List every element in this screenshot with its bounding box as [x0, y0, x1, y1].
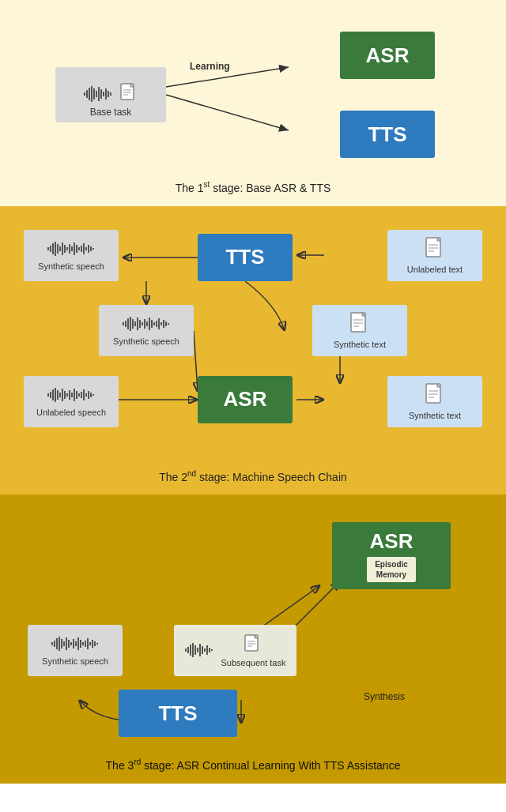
synth-text-mid-label: Synthetic text — [334, 340, 386, 349]
doc-icon-s2stm — [349, 312, 370, 337]
svg-rect-49 — [130, 317, 131, 331]
svg-rect-31 — [59, 246, 61, 251]
svg-rect-77 — [74, 389, 75, 401]
waveform-icon-s2u — [47, 386, 95, 405]
svg-rect-109 — [63, 641, 65, 646]
svg-rect-53 — [139, 320, 141, 328]
svg-rect-13 — [110, 92, 111, 96]
svg-rect-29 — [55, 242, 56, 256]
svg-rect-47 — [125, 321, 126, 327]
tts-label-s3: TTS — [158, 701, 197, 726]
svg-rect-121 — [92, 640, 93, 648]
synth-speech-mid-label: Synthetic speech — [113, 336, 179, 346]
svg-rect-115 — [77, 637, 79, 650]
svg-rect-36 — [71, 246, 73, 251]
synth-speech-s3-label: Synthetic speech — [42, 656, 108, 666]
synth-text-bottom-label: Synthetic text — [409, 411, 461, 420]
svg-rect-105 — [54, 641, 55, 647]
svg-rect-114 — [75, 641, 77, 646]
svg-rect-82 — [85, 393, 87, 397]
svg-rect-9 — [100, 89, 102, 99]
asr-box-s3: ASR EpisodicMemory — [332, 522, 451, 589]
svg-rect-66 — [47, 393, 49, 397]
svg-rect-67 — [50, 392, 51, 398]
svg-rect-7 — [96, 91, 97, 97]
unlabeled-speech: Unlabeled speech — [24, 376, 119, 427]
svg-rect-27 — [50, 246, 51, 252]
tts-label-s1: TTS — [368, 122, 406, 147]
synth-speech-mid: Synthetic speech — [99, 305, 194, 356]
doc-icon — [120, 83, 138, 107]
svg-rect-52 — [137, 318, 138, 330]
stage1-panel: Learning — [0, 0, 506, 206]
svg-rect-85 — [93, 394, 94, 396]
svg-rect-128 — [194, 645, 196, 655]
svg-rect-132 — [204, 648, 206, 652]
svg-rect-10 — [103, 92, 104, 96]
synth-speech-top: Synthetic speech — [24, 230, 119, 281]
stage1-diagram: Learning — [8, 16, 498, 174]
svg-rect-57 — [149, 318, 150, 330]
svg-rect-133 — [206, 645, 208, 655]
tts-box-s2: TTS — [198, 234, 293, 281]
asr-label-s3: ASR — [370, 529, 413, 554]
svg-rect-112 — [70, 642, 72, 645]
svg-rect-4 — [89, 88, 90, 100]
synth-speech-top-label: Synthetic speech — [38, 261, 104, 271]
svg-rect-3 — [86, 90, 88, 98]
svg-rect-59 — [153, 322, 155, 325]
svg-rect-129 — [197, 648, 198, 652]
svg-rect-44 — [90, 246, 92, 251]
synth-speech-s3: Synthetic speech — [28, 625, 123, 676]
svg-rect-75 — [69, 390, 70, 400]
stage2-diagram: TTS ASR Synthetic speech Synthetic speec… — [8, 218, 498, 463]
svg-rect-124 — [185, 648, 187, 652]
tts-box-s3: TTS — [119, 690, 237, 737]
svg-rect-83 — [88, 391, 89, 399]
svg-rect-130 — [199, 644, 201, 656]
svg-rect-113 — [73, 639, 74, 648]
waveform-icon-s3 — [51, 635, 99, 654]
svg-rect-43 — [88, 245, 89, 253]
synth-text-bottom: Synthetic text — [387, 376, 482, 427]
svg-rect-104 — [51, 642, 53, 645]
learning-label: Learning — [190, 61, 230, 72]
tts-box-s1: TTS — [340, 111, 435, 158]
svg-rect-127 — [192, 643, 194, 657]
svg-rect-65 — [168, 323, 169, 325]
base-task-box: Base task — [55, 67, 166, 122]
svg-rect-81 — [83, 389, 85, 400]
svg-rect-39 — [78, 247, 80, 250]
waveform-icon — [84, 83, 114, 107]
svg-rect-55 — [144, 319, 145, 329]
svg-rect-2 — [84, 92, 85, 96]
svg-rect-117 — [82, 642, 84, 645]
svg-rect-6 — [93, 88, 95, 100]
svg-rect-122 — [94, 641, 96, 646]
svg-rect-5 — [91, 86, 93, 102]
svg-rect-79 — [78, 393, 80, 397]
svg-rect-126 — [190, 645, 191, 656]
svg-rect-84 — [90, 393, 92, 397]
svg-rect-8 — [98, 87, 100, 101]
svg-rect-50 — [132, 319, 134, 329]
svg-rect-76 — [71, 393, 73, 397]
svg-rect-30 — [57, 244, 59, 254]
svg-rect-64 — [165, 321, 167, 326]
stage3-diagram: ASR EpisodicMemory Synthetic speech — [8, 506, 498, 751]
svg-rect-63 — [163, 320, 164, 328]
svg-rect-46 — [123, 322, 124, 325]
synthesis-label: Synthesis — [364, 691, 405, 702]
svg-rect-70 — [57, 390, 59, 400]
asr-label-s1: ASR — [366, 43, 410, 68]
stage3-panel: ASR EpisodicMemory Synthetic speech — [0, 494, 506, 784]
svg-rect-119 — [87, 638, 89, 649]
svg-rect-58 — [151, 320, 153, 328]
svg-rect-11 — [105, 88, 107, 100]
svg-rect-80 — [81, 392, 82, 398]
svg-rect-42 — [85, 247, 87, 250]
stage3-label: The 3rd stage: ASR Continual Learning Wi… — [8, 757, 498, 772]
svg-rect-54 — [142, 322, 143, 325]
waveform-icon-s2t — [47, 240, 95, 259]
svg-rect-74 — [66, 393, 68, 397]
